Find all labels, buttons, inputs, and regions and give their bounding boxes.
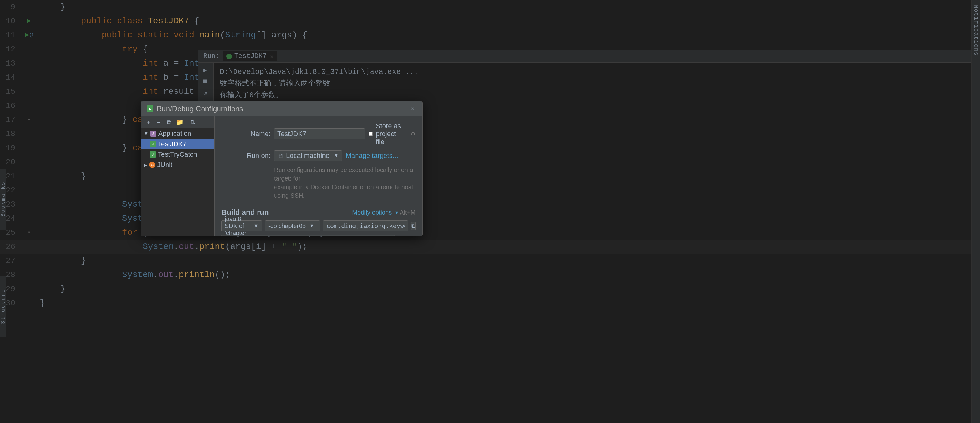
config-panel: Name: Store as project file ⚙ Run on: 🖥 … (215, 117, 422, 236)
sdk-dropdown-arrow: ▼ (254, 223, 258, 229)
tree-item-testjdk7-label: TestJDK7 (158, 140, 186, 148)
dialog-title-text: Run/Debug Configurations (156, 105, 243, 113)
program-args-input[interactable] (221, 235, 395, 236)
manage-targets-link[interactable]: Manage targets... (346, 152, 398, 160)
dialog-title: ▶ Run/Debug Configurations (147, 105, 243, 113)
section-divider (221, 204, 415, 204)
name-input[interactable] (274, 128, 365, 139)
tree-item-junit-label: JUnit (157, 161, 172, 169)
junit-icon: ⊙ (149, 162, 155, 168)
run-on-select[interactable]: 🖥 Local machine ▼ (274, 150, 342, 161)
testtrycatch-icon: J (150, 152, 156, 158)
store-as-project-row: Store as project file ⚙ (369, 122, 415, 146)
tree-item-testjdk7[interactable]: J TestJDK7 (141, 139, 215, 149)
modify-shortcut: Alt+M (400, 209, 415, 216)
tree-group-arrow: ▼ (144, 131, 148, 136)
tree-junit-arrow: ▶ (144, 162, 147, 168)
tree-panel: + − ⧉ 📁 ⇅ ▼ A Application J TestJDK7 J (141, 117, 215, 236)
config-hint: Run configurations may be executed local… (274, 166, 415, 200)
classpath-dropdown-arrow: ▼ (309, 223, 314, 229)
classpath-label: -cp chapter08 (268, 222, 305, 230)
local-machine-label: Local machine (286, 152, 329, 160)
sdk-select[interactable]: java 8 SDK of 'chapter ▼ (221, 220, 262, 231)
local-machine-icon: 🖥 (277, 152, 283, 160)
dialog-body: + − ⧉ 📁 ⇅ ▼ A Application J TestJDK7 J (141, 117, 422, 236)
classpath-select[interactable]: -cp chapter08 ▼ (265, 220, 320, 231)
modify-dropdown-arrow: ▾ (395, 210, 398, 215)
store-checkbox[interactable] (369, 131, 373, 137)
tree-item-testtrycatch-label: TestTryCatch (158, 150, 197, 158)
run-on-label: Run on: (221, 152, 270, 160)
modify-options-link[interactable]: Modify options (352, 209, 392, 216)
tree-copy-btn[interactable]: ⧉ (165, 118, 173, 126)
name-label: Name: (221, 130, 270, 138)
tree-group-label: Application (158, 130, 191, 137)
build-run-section-header: Build and run Modify options ▾ Alt+M (221, 208, 415, 217)
config-name-row: Name: Store as project file ⚙ (221, 122, 415, 146)
tree-item-junit[interactable]: ▶ ⊙ JUnit (141, 160, 215, 170)
store-settings-icon[interactable]: ⚙ (411, 131, 415, 137)
dialog-title-icon: ▶ (147, 105, 153, 112)
sdk-label: java 8 SDK of 'chapter (225, 215, 250, 236)
store-label: Store as project file (376, 122, 406, 146)
tree-sort-btn[interactable]: ⇅ (189, 118, 197, 126)
run-debug-dialog: ▶ Run/Debug Configurations × + − ⧉ 📁 ⇅ ▼… (141, 101, 423, 236)
tree-minus-btn[interactable]: − (155, 118, 162, 126)
main-class-input[interactable] (323, 220, 408, 231)
run-on-dropdown-arrow: ▼ (334, 153, 339, 158)
testjdk7-icon: J (150, 141, 156, 147)
tree-toolbar: + − ⧉ 📁 ⇅ (141, 117, 215, 128)
sdk-row: java 8 SDK of 'chapter ▼ -cp chapter08 ▼… (221, 220, 415, 231)
program-args-row: ⊡ ↗ (221, 235, 415, 236)
config-run-on-row: Run on: 🖥 Local machine ▼ Manage targets… (221, 150, 415, 161)
copy-main-class-btn[interactable]: ⧉ (411, 222, 415, 230)
tree-item-testtrycatch[interactable]: J TestTryCatch (141, 149, 215, 160)
application-group-icon: A (150, 131, 156, 137)
dialog-close-button[interactable]: × (408, 105, 417, 113)
tree-folder-btn[interactable]: 📁 (175, 118, 183, 126)
tree-group-application[interactable]: ▼ A Application (141, 128, 215, 139)
tree-add-btn[interactable]: + (144, 118, 152, 126)
modify-options-row: Modify options ▾ Alt+M (352, 209, 415, 216)
dialog-titlebar: ▶ Run/Debug Configurations × (141, 101, 422, 117)
